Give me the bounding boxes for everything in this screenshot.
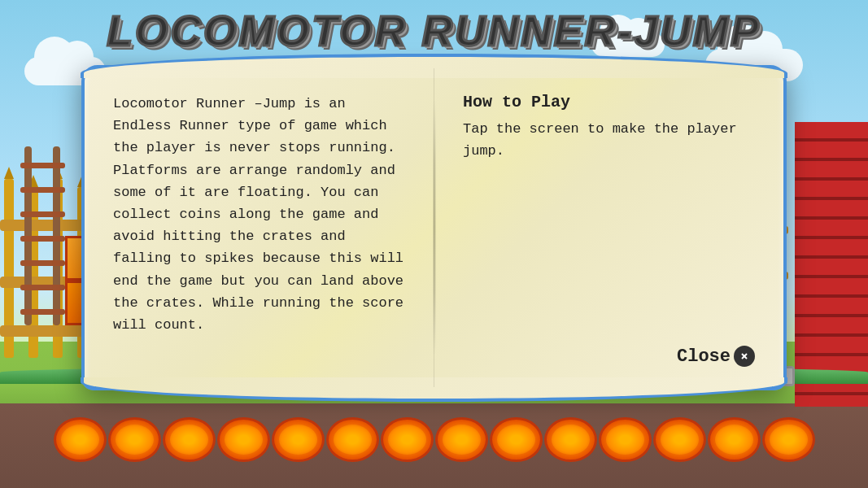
ladder	[20, 146, 65, 325]
book-container: Locomotor Runner –Jump is an Endless Run…	[81, 65, 787, 390]
brick-wall	[795, 122, 868, 407]
log-7	[381, 417, 434, 462]
log-12	[653, 417, 706, 462]
log-10	[544, 417, 597, 462]
log-3	[163, 417, 216, 462]
log-4	[217, 417, 270, 462]
svg-marker-1	[4, 167, 14, 179]
log-1	[54, 417, 107, 462]
log-2	[108, 417, 161, 462]
book-panel: Locomotor Runner –Jump is an Endless Run…	[81, 65, 787, 390]
svg-rect-13	[20, 163, 65, 168]
svg-rect-19	[20, 309, 65, 315]
game-title: LOCOMOTOR RUNNER-JUMP	[0, 7, 868, 55]
how-to-play-title: How to Play	[463, 93, 755, 111]
log-8	[435, 417, 488, 462]
book-left-page: Locomotor Runner –Jump is an Endless Run…	[85, 68, 434, 387]
log-11	[599, 417, 652, 462]
svg-rect-16	[20, 236, 65, 242]
svg-rect-15	[20, 211, 65, 217]
log-5	[272, 417, 325, 462]
close-label: Close	[677, 346, 731, 367]
book-left-text: Locomotor Runner –Jump is an Endless Run…	[113, 93, 405, 336]
title-container: LOCOMOTOR RUNNER-JUMP	[0, 7, 868, 55]
log-14	[762, 417, 815, 462]
svg-rect-14	[20, 187, 65, 193]
logs-row	[0, 399, 868, 480]
book-right-text: Tap the screen to make the player jump.	[463, 118, 755, 162]
svg-rect-18	[20, 285, 65, 290]
log-6	[326, 417, 379, 462]
log-9	[490, 417, 543, 462]
close-button[interactable]: Close	[677, 346, 755, 367]
close-icon	[734, 346, 755, 367]
log-13	[708, 417, 761, 462]
svg-rect-17	[20, 260, 65, 266]
book-right-page: How to Play Tap the screen to make the p…	[434, 68, 783, 387]
